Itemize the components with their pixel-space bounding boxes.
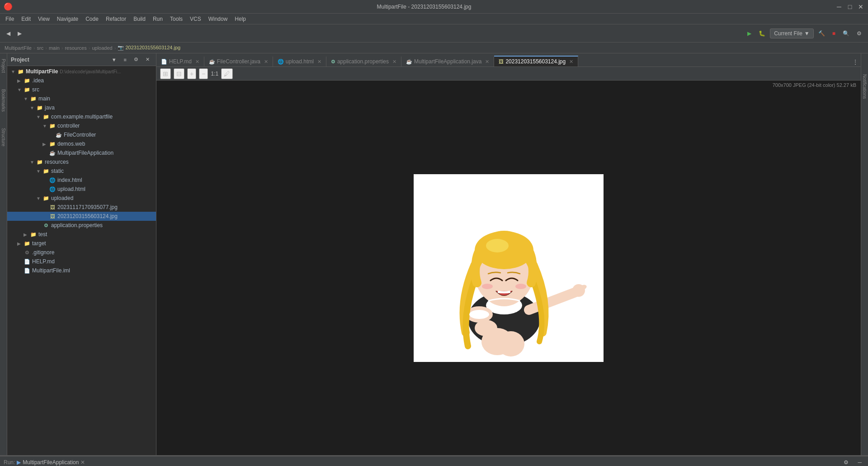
minimize-button[interactable]: ─ — [835, 3, 843, 10]
tab-close-jpg[interactable]: ✕ — [569, 59, 573, 65]
toolbar-build-btn[interactable]: 🔨 — [816, 29, 828, 38]
zoom-level: 1:1 — [211, 71, 218, 77]
color-picker-btn[interactable]: 🖊 — [221, 68, 233, 79]
tree-item-filecontroller[interactable]: ▶ ☕ FileController — [7, 130, 156, 139]
toolbar-forward-btn[interactable]: ▶ — [15, 29, 24, 38]
structure-sidebar-btn[interactable]: Structure — [0, 124, 7, 150]
tree-item-gitignore[interactable]: ▶ ⚙ .gitignore — [7, 248, 156, 257]
current-file-dropdown[interactable]: Current File ▼ — [770, 29, 814, 38]
breadcrumb-part[interactable]: MultipartFile — [5, 45, 32, 51]
menu-tools[interactable]: Tools — [166, 15, 186, 23]
right-sidebar: Notifications — [861, 53, 868, 455]
tree-item-appprops[interactable]: ▶ ⚙ application.properties — [7, 221, 156, 230]
tree-item-java[interactable]: ▼ 📁 java — [7, 103, 156, 112]
menu-refactor[interactable]: Refactor — [102, 15, 130, 23]
svg-point-16 — [486, 239, 509, 252]
panel-close-btn[interactable]: ✕ — [143, 55, 152, 64]
menu-bar: File Edit View Navigate Code Refactor Bu… — [0, 14, 868, 24]
breadcrumb-part[interactable]: main — [49, 45, 60, 51]
toolbar-run-btn[interactable]: ▶ — [745, 29, 754, 38]
image-info-bar: 700x700 JPEG (24-bit color) 52.27 kB — [773, 82, 856, 88]
tree-item-uploaded[interactable]: ▼ 📁 uploaded — [7, 194, 156, 203]
tree-item-controller-folder[interactable]: ▼ 📁 controller — [7, 121, 156, 130]
tree-item-jpg2[interactable]: ▶ 🖼 20231203155603124.jpg — [7, 212, 156, 221]
breadcrumb-part[interactable]: 📷 20231203155603124.jpg — [118, 45, 180, 51]
tree-item-resources[interactable]: ▼ 📁 resources — [7, 157, 156, 166]
app-logo: 🔴 — [4, 2, 13, 11]
tab-filecontroller[interactable]: ☕ FileController.java ✕ — [204, 57, 273, 67]
window-title: MultipartFile - 20231203155603124.jpg — [13, 4, 835, 10]
tree-item-idea[interactable]: ▶ 📁 .idea — [7, 76, 156, 85]
project-sidebar-btn[interactable]: Project — [0, 55, 7, 76]
tab-jpg-active[interactable]: 🖼 20231203155603124.jpg ✕ — [494, 56, 578, 67]
zoom-out-btn[interactable]: − — [199, 68, 208, 79]
toolbar-back-btn[interactable]: ◀ — [4, 29, 13, 38]
close-button[interactable]: ✕ — [857, 3, 864, 10]
maximize-button[interactable]: □ — [846, 3, 854, 10]
toolbar-search-btn[interactable]: 🔍 — [840, 29, 852, 38]
image-editor-content: 700x700 JPEG (24-bit color) 52.27 kB — [156, 81, 861, 455]
tab-help-md[interactable]: 📄 HELP.md ✕ — [156, 57, 204, 67]
tab-app-java[interactable]: ☕ MultipartFileApplication.java ✕ — [401, 57, 494, 67]
tab-close-props[interactable]: ✕ — [392, 59, 396, 65]
tabs-more-btn[interactable]: ⋮ — [850, 57, 861, 67]
menu-code[interactable]: Code — [82, 15, 102, 23]
image-viewer-toolbar: ⊞ ⊟ + − 1:1 🖊 — [156, 67, 861, 81]
svg-point-19 — [469, 310, 489, 319]
panel-options-btn[interactable]: ▼ — [109, 56, 119, 64]
fit-width-btn[interactable]: ⊟ — [174, 68, 184, 79]
editor-area: 📄 HELP.md ✕ ☕ FileController.java ✕ 🌐 up… — [156, 53, 861, 455]
bookmarks-sidebar-btn[interactable]: Bookmarks — [0, 86, 7, 115]
breadcrumb-part[interactable]: src — [37, 45, 44, 51]
menu-run[interactable]: Run — [149, 15, 166, 23]
anime-character-svg — [414, 174, 604, 362]
menu-window[interactable]: Window — [205, 15, 231, 23]
run-minimize-btn[interactable]: ─ — [855, 458, 864, 466]
tree-item-index[interactable]: ▶ 🌐 index.html — [7, 176, 156, 185]
panel-collapse-btn[interactable]: ≡ — [121, 56, 129, 64]
tree-item-jpg1[interactable]: ▶ 🖼 20231117170935077.jpg — [7, 203, 156, 212]
tree-item-src[interactable]: ▼ 📁 src — [7, 85, 156, 94]
tree-item-demos[interactable]: ▶ 📁 demos.web — [7, 139, 156, 148]
zoom-in-btn[interactable]: + — [187, 68, 196, 79]
menu-navigate[interactable]: Navigate — [53, 15, 82, 23]
tree-item-static[interactable]: ▼ 📁 static — [7, 166, 156, 176]
menu-vcs[interactable]: VCS — [186, 15, 205, 23]
run-settings-btn[interactable]: ⚙ — [841, 458, 851, 466]
toolbar-settings-btn[interactable]: ⚙ — [854, 29, 864, 38]
tab-close-help[interactable]: ✕ — [195, 59, 199, 65]
tree-item-main[interactable]: ▼ 📁 main — [7, 94, 156, 103]
toolbar-debug-btn[interactable]: 🐛 — [756, 29, 768, 38]
tab-close-fc[interactable]: ✕ — [264, 59, 268, 65]
run-label: Run: — [4, 459, 15, 466]
menu-view[interactable]: View — [34, 15, 53, 23]
tree-item-package[interactable]: ▼ 📁 com.example.multipartfile — [7, 112, 156, 121]
tab-upload-html[interactable]: 🌐 upload.html ✕ — [273, 57, 326, 67]
menu-help[interactable]: Help — [231, 15, 250, 23]
tree-item-multipartfile[interactable]: ▼ 📁 MultipartFile D:\idea\code\java\Mult… — [7, 67, 156, 76]
tab-close-app[interactable]: ✕ — [485, 59, 489, 65]
project-tree: ▼ 📁 MultipartFile D:\idea\code\java\Mult… — [7, 66, 156, 455]
breadcrumb-part[interactable]: resources — [65, 45, 86, 51]
title-bar: 🔴 MultipartFile - 20231203155603124.jpg … — [0, 0, 868, 14]
tree-item-iml[interactable]: ▶ 📄 MultipartFile.iml — [7, 266, 156, 275]
menu-build[interactable]: Build — [130, 15, 149, 23]
tree-item-app-class[interactable]: ▶ ☕ MultipartFileApplication — [7, 148, 156, 157]
panel-settings-btn[interactable]: ⚙ — [131, 55, 141, 64]
tab-appprops[interactable]: ⚙ application.properties ✕ — [326, 57, 401, 67]
run-app-icon: ▶ — [17, 459, 21, 466]
tree-item-test[interactable]: ▶ 📁 test — [7, 230, 156, 239]
tree-item-target[interactable]: ▶ 📁 target — [7, 239, 156, 248]
menu-edit[interactable]: Edit — [18, 15, 34, 23]
fit-page-btn[interactable]: ⊞ — [160, 68, 171, 79]
run-tab-close[interactable]: ✕ — [80, 459, 85, 466]
tab-close-upload[interactable]: ✕ — [317, 59, 321, 65]
breadcrumb-part[interactable]: uploaded — [92, 45, 112, 51]
tree-item-help-md[interactable]: ▶ 📄 HELP.md — [7, 257, 156, 266]
toolbar-stop-btn[interactable]: ■ — [830, 29, 838, 38]
tabs-bar: 📄 HELP.md ✕ ☕ FileController.java ✕ 🌐 up… — [156, 53, 861, 67]
notifications-btn[interactable]: Notifications — [861, 71, 868, 101]
menu-file[interactable]: File — [2, 15, 18, 23]
run-bar: Run: ▶ MultipartFileApplication ✕ ⚙ ─ — [0, 456, 868, 466]
tree-item-upload-html[interactable]: ▶ 🌐 upload.html — [7, 185, 156, 194]
